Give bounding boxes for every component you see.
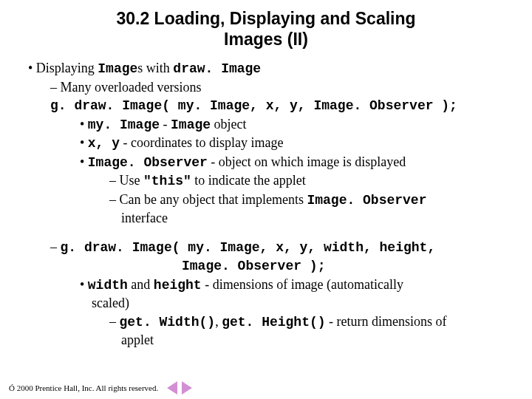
prev-icon[interactable] (167, 381, 177, 395)
bullet-getwidth-cont: applet (121, 332, 510, 349)
bullet-xy: x, y - coordinates to display image (80, 134, 510, 152)
bullet-getwidth: get. Width(), get. Height() - return dim… (109, 313, 510, 331)
bullet-any-object: Can be any object that implements Image.… (109, 191, 510, 209)
footer: Ó 2000 Prentice Hall, Inc. All rights re… (9, 381, 192, 395)
bullet-width-height: width and height - dimensions of image (… (80, 276, 510, 294)
copyright-text: Ó 2000 Prentice Hall, Inc. All rights re… (9, 383, 158, 392)
signature-2-line1: g. draw. Image( my. Image, x, y, width, … (50, 239, 510, 256)
signature-1: g. draw. Image( my. Image, x, y, Image. … (50, 97, 510, 115)
bullet-width-height-cont: scaled) (92, 295, 510, 312)
bullet-imageobserver: Image. Observer - object on which image … (80, 154, 510, 171)
bullet-myimage: my. Image - Image object (80, 116, 510, 134)
title-line-2: Images (II) (224, 30, 308, 49)
title-line-1: 30.2 Loading, Displaying and Scaling (116, 9, 415, 28)
bullet-use-this: Use "this" to indicate the applet (109, 172, 510, 190)
spacer (22, 228, 510, 239)
nav-buttons (167, 381, 192, 395)
slide-title: 30.2 Loading, Displaying and Scaling Ima… (22, 9, 510, 50)
next-icon[interactable] (182, 381, 192, 395)
signature-2-line2: Image. Observer ); (182, 257, 510, 275)
content-list: Displaying Images with draw. Image Many … (22, 60, 510, 349)
bullet-any-object-cont: interface (121, 210, 510, 227)
bullet-displaying-images: Displaying Images with draw. Image (28, 60, 510, 78)
bullet-overloaded: Many overloaded versions (50, 79, 510, 96)
